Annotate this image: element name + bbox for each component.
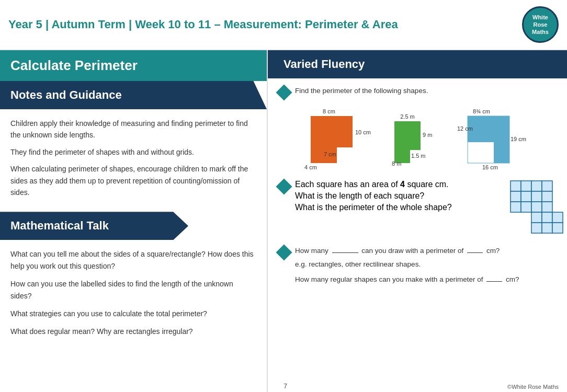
orange-label-top: 8 cm [323,108,335,114]
page-title: Year 5 | Autumn Term | Week 10 to 11 – M… [8,18,398,31]
blue-cutout [468,142,494,163]
math-talk-q1: What can you tell me about the sides of … [10,248,256,272]
green-label-25m: 2.5 m [400,113,415,120]
fluency-icon-1 [276,84,292,100]
notes-guidance-header: Notes and Guidance [0,81,267,109]
green-label-15m: 1.5 m [411,153,426,159]
cell-r2c3 [531,191,542,202]
calculate-perimeter-header: Calculate Perimeter [0,50,267,81]
orange-label-bottom1: 7 cm [324,151,336,157]
fluency-item-3-text: How many can you draw with a perimeter o… [295,246,567,285]
cell-r2c1 [511,191,521,202]
area-value: 4 [400,180,405,189]
logo-line2: Rose [534,21,548,28]
cell-r1c2 [521,181,531,191]
cell-r5c3 [531,223,542,233]
main-content: Calculate Perimeter Notes and Guidance C… [0,50,567,392]
notes-guidance-heading: Notes and Guidance [10,88,122,101]
cell-r3c3 [531,202,542,212]
notes-section: Children apply their knowledge of measur… [0,109,267,212]
cell-r1c4 [542,181,552,191]
fluency-icon-3 [276,244,292,260]
math-talk-heading: Mathematical Talk [10,219,109,232]
how-many-shapes-text: How many can you draw with a perimeter o… [295,246,567,256]
calculate-perimeter-label: Calculate Perimeter [10,57,138,73]
cell-r5c5 [552,223,563,233]
math-talk-section: What can you tell me about the sides of … [0,240,267,352]
blue-label-16cm: 16 cm [482,164,498,170]
math-talk-header: Mathematical Talk [0,212,188,240]
green-label-8m: 8 m [392,160,401,167]
header: Year 5 | Autumn Term | Week 10 to 11 – M… [0,0,567,50]
cell-r3c2 [521,202,531,212]
square-perimeter-question: What is the perimeter of the whole shape… [295,203,499,212]
fluency-item-1: Find the perimeter of the following shap… [278,86,567,98]
shapes-svg: 8 cm 10 cm 7 cm 4 cm 2.5 m 9 m 8 m 1.5 m [295,106,567,174]
fluency-item-1-label: Find the perimeter of the following shap… [295,87,428,95]
blank-perimeter-2 [486,281,502,282]
shapes-eg: e.g. rectangles, other rectilinear shape… [295,259,567,270]
left-column: Calculate Perimeter Notes and Guidance C… [0,50,267,392]
logo-line3: Maths [532,28,549,36]
math-talk-q3: What strategies can you use to calculate… [10,308,256,319]
cell-r3c4 [542,202,552,212]
orange-label-right: 10 cm [355,129,371,135]
shapes-area: 8 cm 10 cm 7 cm 4 cm 2.5 m 9 m 8 m 1.5 m [295,106,567,176]
fluency-item-1-text: Find the perimeter of the following shap… [295,86,567,96]
cell-r4c3 [531,212,542,223]
cell-r2c4 [542,191,552,202]
blank-perimeter [467,252,483,253]
math-talk-q2: How can you use the labelled sides to fi… [10,278,256,302]
fluency-item-3: How many can you draw with a perimeter o… [278,246,567,285]
green-label-9m: 9 m [423,132,432,138]
blank-shape-type [332,252,358,253]
cell-r3c1 [511,202,521,212]
varied-fluency-header: Varied Fluency [268,50,567,78]
blue-label-top: 8¾ cm [473,108,490,114]
varied-fluency-heading: Varied Fluency [284,57,365,71]
cell-r1c3 [531,181,542,191]
fluency-icon-2 [276,178,292,194]
blue-label-12cm: 12 cm [457,125,473,132]
cell-r4c5 [552,212,563,223]
fluency-item-2-text: Each square has an area of 4 square cm. … [295,180,499,212]
orange-label-bottom2: 4 cm [304,164,317,170]
notes-para-3: When calculating perimeter of shapes, en… [10,163,256,198]
logo-line1: White [532,14,548,21]
grid-svg [509,180,567,237]
cell-r1c1 [511,181,521,191]
right-column: Varied Fluency Find the perimeter of the… [267,50,567,392]
math-talk-q4: What does regular mean? Why are rectangl… [10,326,256,337]
grid-shape [509,180,567,239]
notes-para-1: Children apply their knowledge of measur… [10,118,256,141]
notes-para-2: They find the perimeter of shapes with a… [10,146,256,158]
square-area-text: Each square has an area of 4 square cm. [295,180,499,189]
fluency-item-2: Each square has an area of 4 square cm. … [278,180,567,239]
page-number: 7 [284,382,287,390]
square-length-question: What is the length of each square? [295,191,499,201]
regular-shapes-text: How many regular shapes can you make wit… [295,274,567,285]
copyright-text: ©White Rose Maths [507,384,559,390]
blue-label-19cm: 19 cm [511,136,526,142]
fluency-content: Find the perimeter of the following shap… [268,78,567,392]
logo: White Rose Maths [522,6,559,43]
cell-r5c4 [542,223,552,233]
cell-r4c4 [542,212,552,223]
cell-r2c2 [521,191,531,202]
header-title-text: Year 5 | Autumn Term | Week 10 to 11 – M… [8,18,398,31]
